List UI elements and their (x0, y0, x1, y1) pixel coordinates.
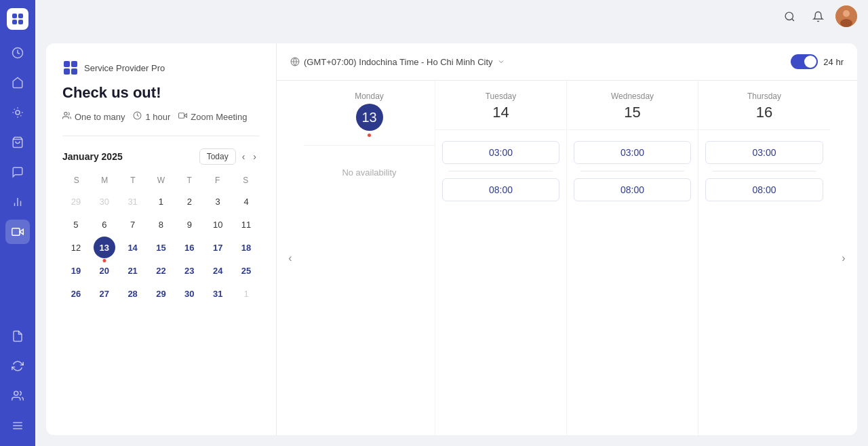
day-header-thursday: Thursday 16 (698, 81, 830, 130)
calendar-days: 29 30 31 1 2 3 4 5 6 7 8 9 10 11 12 13 1… (62, 190, 260, 304)
cal-day[interactable]: 12 (65, 237, 87, 258)
weekday-w: W (147, 173, 176, 188)
cal-day[interactable]: 31 (122, 190, 144, 212)
sidebar-item-analytics[interactable] (5, 190, 30, 214)
cal-day[interactable]: 14 (122, 237, 144, 258)
svg-rect-21 (64, 61, 70, 67)
cal-day[interactable]: 27 (94, 283, 115, 304)
sidebar-item-inbox[interactable] (5, 100, 30, 125)
time-slot[interactable]: 03:00 (442, 141, 559, 164)
schedule-columns: ‹ Monday 13 No availability (277, 81, 857, 435)
hr-toggle-switch[interactable] (791, 54, 818, 69)
calendar-controls: Today ‹ › (199, 148, 260, 165)
slot-divider (580, 171, 684, 171)
video-meta-icon (178, 111, 187, 122)
day-name-wednesday: Wednesday (572, 92, 692, 101)
time-slot[interactable]: 08:00 (705, 178, 823, 201)
slot-divider (449, 171, 553, 171)
cal-day[interactable]: 6 (94, 214, 115, 235)
hr-toggle: 24 hr (791, 54, 844, 69)
avatar[interactable] (835, 5, 857, 27)
cal-day[interactable]: 29 (65, 190, 87, 212)
svg-marker-27 (184, 114, 187, 117)
calendar-weekdays: S M T W T F S (62, 173, 260, 188)
cal-day[interactable]: 22 (150, 260, 172, 281)
cal-day[interactable]: 30 (178, 283, 200, 304)
cal-day[interactable]: 16 (178, 237, 200, 258)
svg-point-19 (843, 10, 850, 17)
svg-rect-1 (18, 14, 23, 18)
event-platform-meta: Zoom Meeting (178, 111, 247, 122)
prev-month-button[interactable]: ‹ (239, 150, 249, 163)
cal-day[interactable]: 8 (150, 214, 172, 235)
cal-day[interactable]: 19 (65, 260, 87, 281)
sidebar-item-shop[interactable] (5, 130, 30, 155)
cal-day[interactable]: 2 (178, 190, 200, 212)
event-title: Check us out! (62, 84, 260, 102)
hr-toggle-label: 24 hr (823, 57, 844, 67)
today-dot (368, 134, 371, 137)
day-slots-thursday: 03:00 08:00 (698, 130, 830, 212)
time-slot[interactable]: 08:00 (442, 178, 559, 201)
right-panel: (GMT+07:00) Indochina Time - Ho Chi Minh… (277, 43, 857, 435)
time-slot[interactable]: 03:00 (705, 141, 823, 164)
cal-day[interactable]: 1 (150, 190, 172, 212)
cal-day[interactable]: 28 (122, 283, 144, 304)
timezone-selector[interactable]: (GMT+07:00) Indochina Time - Ho Chi Minh… (290, 57, 505, 67)
cal-day[interactable]: 26 (65, 283, 87, 304)
cal-day-today[interactable]: 13 (94, 237, 115, 258)
sidebar-item-documents[interactable] (5, 324, 30, 348)
no-availability-label: No availability (311, 157, 428, 188)
cal-day[interactable]: 15 (150, 237, 172, 258)
cal-day[interactable]: 7 (122, 214, 144, 235)
cal-day[interactable]: 1 (235, 283, 257, 304)
left-panel: Service Provider Pro Check us out! One t… (46, 43, 277, 435)
day-col-tuesday: Tuesday 14 03:00 08:00 (435, 81, 567, 435)
cal-day[interactable]: 21 (122, 260, 144, 281)
cal-day[interactable]: 18 (235, 237, 257, 258)
cal-day[interactable]: 17 (207, 237, 229, 258)
prev-week-button[interactable]: ‹ (277, 81, 304, 435)
cal-day[interactable]: 25 (235, 260, 257, 281)
meta-divider (62, 136, 260, 136)
event-platform-label: Zoom Meeting (191, 112, 247, 122)
time-slot[interactable]: 08:00 (574, 178, 691, 201)
cal-day[interactable]: 23 (178, 260, 200, 281)
sidebar-item-users[interactable] (5, 384, 30, 408)
sidebar-item-recent[interactable] (5, 41, 30, 65)
time-slot[interactable]: 03:00 (574, 141, 691, 164)
sidebar-item-video[interactable] (5, 220, 30, 244)
cal-day[interactable]: 30 (94, 190, 115, 212)
today-button[interactable]: Today (199, 148, 236, 165)
svg-point-20 (840, 19, 852, 27)
svg-rect-3 (18, 20, 23, 24)
search-icon[interactable] (778, 5, 800, 27)
sidebar-item-chat[interactable] (5, 160, 30, 184)
next-month-button[interactable]: › (250, 150, 260, 163)
cal-day[interactable]: 9 (178, 214, 200, 235)
cal-day[interactable]: 31 (207, 283, 229, 304)
cal-day[interactable]: 29 (150, 283, 172, 304)
sidebar-item-sync[interactable] (5, 354, 30, 378)
cal-day[interactable]: 4 (235, 190, 257, 212)
cal-day[interactable]: 5 (65, 214, 87, 235)
svg-rect-22 (71, 61, 77, 67)
cal-day[interactable]: 11 (235, 214, 257, 235)
event-duration-label: 1 hour (145, 112, 170, 122)
day-name-thursday: Thursday (704, 92, 825, 101)
slot-divider (712, 171, 816, 171)
day-columns: Monday 13 No availability Tuesday 14 (304, 81, 830, 435)
day-slots-tuesday: 03:00 08:00 (435, 130, 566, 212)
notifications-icon[interactable] (807, 5, 829, 27)
cal-day[interactable]: 10 (207, 214, 229, 235)
svg-rect-28 (179, 113, 184, 119)
clock-meta-icon (133, 111, 142, 122)
app-logo[interactable] (7, 8, 28, 30)
cal-day[interactable]: 20 (94, 260, 115, 281)
next-week-button[interactable]: › (830, 81, 857, 435)
sidebar-item-home[interactable] (5, 70, 30, 95)
cal-day[interactable]: 24 (207, 260, 229, 281)
sidebar-item-menu[interactable] (5, 413, 30, 438)
day-slots-wednesday: 03:00 08:00 (567, 130, 698, 212)
cal-day[interactable]: 3 (207, 190, 229, 212)
